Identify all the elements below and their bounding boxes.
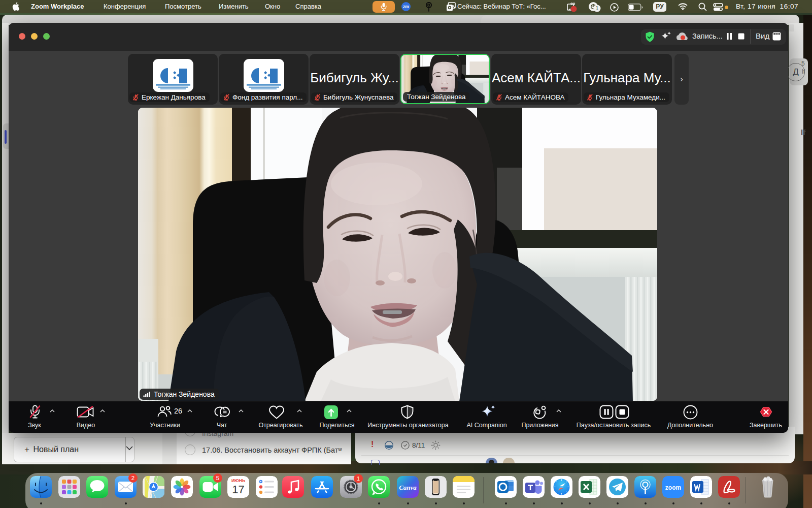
svg-text:ИЮНЬ: ИЮНЬ — [231, 478, 245, 483]
svg-text:17: 17 — [232, 483, 244, 496]
svg-text:1: 1 — [596, 5, 599, 11]
svg-text:zoom: zoom — [665, 484, 681, 491]
svg-text:Canva: Canva — [399, 484, 417, 491]
